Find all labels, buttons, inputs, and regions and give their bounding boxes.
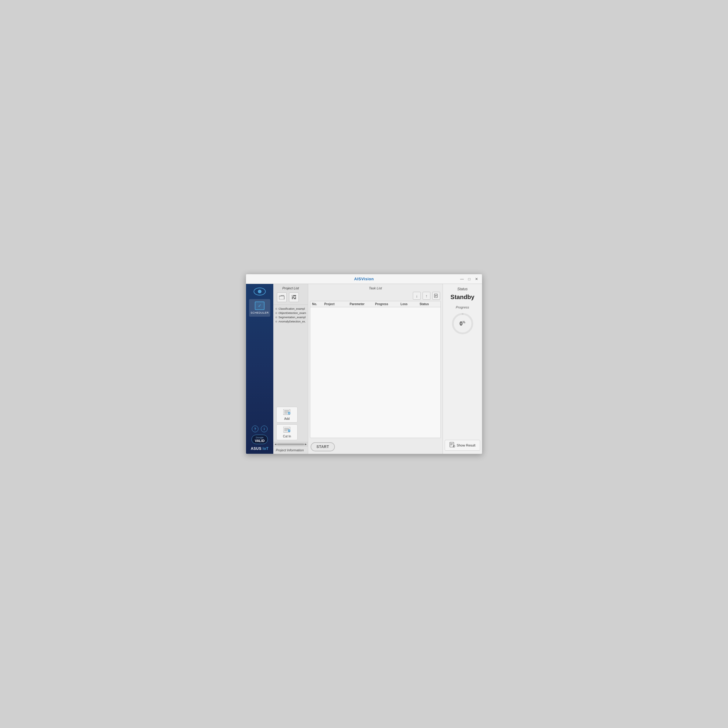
project-folder-button[interactable] <box>277 292 287 302</box>
tree-item-classification[interactable]: Classification_exampl <box>275 307 307 311</box>
start-button[interactable]: START <box>310 442 335 451</box>
task-table-header: No. Project Paremeter Progress Loss Stat… <box>310 301 440 307</box>
cut-in-button[interactable]: Cut In <box>276 424 298 440</box>
scroll-right-arrow[interactable]: ▶ <box>305 443 307 446</box>
add-label: Add <box>284 417 290 421</box>
tree-item-segmentation[interactable]: Segmentation_exampl <box>275 315 307 320</box>
scheduler-icon <box>255 301 265 310</box>
project-settings-button[interactable] <box>289 292 299 302</box>
task-table: No. Project Paremeter Progress Loss Stat… <box>310 301 441 438</box>
svg-point-27 <box>453 445 455 447</box>
main-layout: SCHEDULER ? i Dongle VALID ASUS IoT Proj… <box>246 284 482 454</box>
progress-value: 0 <box>460 321 463 327</box>
svg-point-6 <box>293 298 294 299</box>
sidebar: SCHEDULER ? i Dongle VALID ASUS IoT <box>246 284 273 454</box>
dongle-label: Dongle <box>255 436 265 439</box>
svg-point-5 <box>294 297 295 298</box>
sidebar-item-scheduler[interactable]: SCHEDULER <box>249 299 270 317</box>
add-icon <box>283 409 291 416</box>
close-button[interactable]: ✕ <box>474 277 479 281</box>
show-result-button[interactable]: Show Result <box>445 440 480 451</box>
show-result-label: Show Result <box>457 444 476 447</box>
dongle-badge: Dongle VALID <box>251 435 268 444</box>
asus-iot-logo: ASUS IoT <box>251 447 269 451</box>
project-icon-row <box>273 291 308 305</box>
task-list-header: Task List <box>308 284 442 291</box>
app-logo <box>253 287 266 296</box>
progress-pct: % <box>463 321 465 324</box>
project-panel: Project List <box>273 284 308 454</box>
task-toolbar: ↓ ↑ <box>308 291 442 301</box>
tree-item-objectdetection[interactable]: ObjectDetection_exam <box>275 311 307 315</box>
move-up-button[interactable]: ↑ <box>422 292 430 300</box>
cut-in-icon <box>283 427 291 434</box>
scrollbar-area: ◀ ▶ <box>273 442 308 446</box>
col-project: Project <box>324 303 350 306</box>
progress-header: Progress <box>456 306 469 309</box>
progress-circle: 0% <box>450 312 475 336</box>
svg-rect-3 <box>292 298 296 299</box>
add-button[interactable]: Add <box>276 407 298 422</box>
col-status: Status <box>419 303 439 306</box>
app-window: AISVision — □ ✕ SCHEDULER ? i D <box>246 274 482 454</box>
col-loss: Loss <box>401 303 419 306</box>
eye-icon <box>254 288 266 295</box>
project-list-header: Project List <box>273 284 308 291</box>
move-down-button[interactable]: ↓ <box>413 292 421 300</box>
titlebar: AISVision — □ ✕ <box>246 274 482 284</box>
svg-rect-0 <box>279 296 284 300</box>
task-panel: Task List ↓ ↑ No. Project Pare <box>308 284 442 454</box>
svg-point-4 <box>292 295 293 296</box>
progress-text: 0% <box>460 321 465 327</box>
scheduler-label: SCHEDULER <box>251 311 269 314</box>
status-value: Standby <box>450 294 474 301</box>
project-tree: Classification_exampl ObjectDetection_ex… <box>273 305 308 405</box>
col-progress: Progress <box>375 303 401 306</box>
show-result-icon <box>450 442 455 449</box>
scroll-left-arrow[interactable]: ◀ <box>275 443 276 446</box>
window-title: AISVision <box>354 277 374 281</box>
status-header: Status <box>457 287 468 291</box>
dongle-value: VALID <box>255 439 265 442</box>
task-table-body <box>310 307 440 398</box>
scroll-thumb[interactable] <box>277 444 304 445</box>
help-icon[interactable]: ? <box>252 425 258 432</box>
col-parameter: Paremeter <box>350 303 375 306</box>
export-button[interactable] <box>432 292 440 300</box>
action-buttons: Add Cut In <box>273 405 308 442</box>
sidebar-bottom: ? i Dongle VALID ASUS IoT <box>251 425 269 451</box>
status-panel: Status Standby Progress 0% <box>442 284 482 454</box>
info-icon[interactable]: i <box>261 425 268 432</box>
status-panel-bottom: Show Result <box>445 440 480 451</box>
cut-in-label: Cut In <box>283 435 291 438</box>
tree-item-anomalydetection[interactable]: AnomalyDetection_ex. <box>275 320 307 324</box>
task-start-row: START <box>308 440 442 454</box>
project-information-label: Project Information <box>273 446 308 454</box>
col-no: No. <box>312 303 324 306</box>
window-controls: — □ ✕ <box>460 277 479 281</box>
minimize-button[interactable]: — <box>460 277 464 281</box>
svg-rect-2 <box>292 297 296 298</box>
maximize-button[interactable]: □ <box>467 277 472 281</box>
sidebar-bottom-icons: ? i <box>252 425 268 432</box>
